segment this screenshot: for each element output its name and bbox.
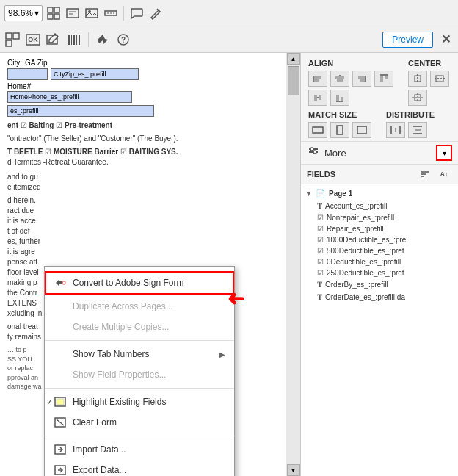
tree-item-nonrepair[interactable]: ☑ Nonrepair_es_:prefill	[301, 212, 458, 223]
toolbar2-pin-icon[interactable]	[95, 32, 111, 48]
toolbar-form-icon[interactable]	[65, 5, 81, 21]
page1-label: Page 1	[329, 190, 352, 198]
dist-v-btn[interactable]	[408, 122, 427, 138]
distribute-section: DISTRIBUTE	[386, 110, 435, 138]
toolbar2-grid-icon[interactable]	[4, 32, 21, 48]
highlight-icon	[54, 395, 67, 408]
tree-item-0ded[interactable]: ☑ 0Deductible_es_:prefill	[301, 256, 458, 267]
tree-item-500ded[interactable]: ☑ 500Deductible_es_:pref	[301, 245, 458, 256]
page1-expand-icon[interactable]: ▼	[305, 190, 313, 198]
align-vcenter-btn[interactable]	[308, 90, 327, 106]
match-size-title: MATCH SIZE	[308, 110, 371, 119]
toolbar-sep1	[123, 6, 124, 21]
menu-sep1	[45, 340, 234, 341]
menu-item-field-props: Show Field Properties...	[45, 364, 234, 385]
zoom-select[interactable]: 98.6% ▾	[4, 5, 43, 21]
field-name-2: Repair_es_:prefill	[327, 225, 384, 233]
align-center-btn[interactable]	[330, 71, 349, 87]
preview-button[interactable]: Preview	[382, 32, 433, 48]
match-height-btn[interactable]	[330, 122, 349, 138]
svg-rect-27	[57, 399, 64, 405]
svg-line-29	[57, 419, 64, 425]
scroll-thumb[interactable]	[288, 66, 299, 95]
svg-text:OK: OK	[28, 36, 38, 43]
tree-item-250ded[interactable]: ☑ 250Deductible_es_:pref	[301, 267, 458, 278]
right-panel: ALIGN	[300, 53, 458, 476]
toolbar2-help-icon[interactable]: ?	[115, 32, 131, 48]
align-right-btn[interactable]	[352, 71, 371, 87]
convert-icon	[54, 276, 67, 289]
import-icon	[54, 443, 67, 456]
menu-item-clear-form[interactable]: Clear Form	[45, 412, 234, 433]
toolbar2-barcode-icon[interactable]	[66, 32, 82, 48]
fields-az-btn[interactable]: A↓	[436, 167, 452, 181]
tree-page1[interactable]: ▼ 📄 Page 1	[301, 187, 458, 200]
field-name-3: 1000Deductible_es_:pre	[327, 236, 406, 244]
svg-rect-19	[71, 35, 72, 45]
menu-item-export[interactable]: Export Data...	[45, 460, 234, 476]
scroll-up-arrow[interactable]: ▲	[287, 53, 300, 65]
align-bottom-btn[interactable]	[330, 90, 349, 106]
align-top-btn[interactable]	[374, 71, 393, 87]
menu-sep3	[45, 436, 234, 436]
field-text-icon-0: 𝐓	[317, 201, 322, 211]
dist-h-btn[interactable]	[386, 122, 405, 138]
doc-scrollbar[interactable]: ▲ ▼	[286, 53, 300, 476]
es-prefill-field[interactable]: es_:prefill	[7, 105, 154, 117]
scroll-down-arrow[interactable]: ▼	[287, 464, 300, 476]
svg-rect-1	[54, 7, 59, 12]
ga-zip-label: GA Zip	[25, 59, 48, 67]
cityzip-field[interactable]: CityZip_es_:prefill	[51, 68, 139, 80]
field-cb-icon-2: ☑	[317, 225, 324, 233]
menu-item-import[interactable]: Import Data...	[45, 439, 234, 460]
zoom-dropdown-icon[interactable]: ▾	[34, 8, 39, 18]
field-cb-icon-4: ☑	[317, 247, 324, 255]
toolbar-top: 98.6% ▾	[0, 0, 458, 26]
tree-item-1000ded[interactable]: ☑ 1000Deductible_es_:pre	[301, 234, 458, 245]
svg-rect-48	[385, 76, 388, 79]
toolbar-image-icon[interactable]	[84, 5, 100, 21]
align-left-btn[interactable]	[308, 71, 327, 87]
field-text-icon-8: 𝐓	[317, 292, 322, 302]
menu-sep2	[45, 388, 234, 389]
home-label: Home#	[7, 82, 278, 90]
align-title: ALIGN	[308, 59, 393, 68]
match-size-section: MATCH SIZE	[308, 110, 371, 138]
tree-item-account[interactable]: 𝐓 Account_es_:prefill	[301, 200, 458, 212]
center-v-btn[interactable]	[430, 71, 449, 87]
center-hv-btn[interactable]	[408, 90, 427, 106]
fields-sort-btn[interactable]	[417, 167, 433, 181]
more-dropdown-btn[interactable]: ▾	[436, 145, 452, 161]
field-name-7: OrderBy_es_:prefill	[325, 281, 388, 289]
import-label: Import Data...	[73, 444, 225, 455]
toolbar-dash-icon[interactable]	[103, 5, 119, 21]
fields-tree[interactable]: ▼ 📄 Page 1 𝐓 Account_es_:prefill ☑ Nonre…	[301, 184, 458, 476]
city-field[interactable]	[7, 68, 48, 80]
context-menu: Convert to Adobe Sign Form Duplicate Acr…	[44, 266, 235, 476]
distribute-title: DISTRIBUTE	[386, 110, 435, 119]
toolbar-pen-icon[interactable]	[148, 5, 164, 21]
toolbar-grid-icon[interactable]	[46, 5, 62, 21]
toolbar2-ok-icon[interactable]: OK	[25, 32, 41, 48]
tree-item-repair[interactable]: ☑ Repair_es_:prefill	[301, 223, 458, 234]
panel-header: ALIGN	[301, 53, 458, 142]
menu-item-convert[interactable]: Convert to Adobe Sign Form	[45, 271, 234, 295]
tree-item-orderby[interactable]: 𝐓 OrderBy_es_:prefill	[301, 278, 458, 291]
field-name-6: 250Deductible_es_:pref	[327, 269, 404, 277]
toolbar2-sep	[88, 32, 89, 47]
svg-rect-41	[335, 76, 344, 79]
toolbar2-edit-icon[interactable]	[46, 32, 62, 48]
match-both-btn[interactable]	[352, 122, 371, 138]
svg-rect-13	[13, 33, 19, 39]
menu-item-highlight-fields[interactable]: Highlight Existing Fields	[45, 392, 234, 412]
center-h-btn[interactable]	[408, 71, 427, 87]
copies-label: Create Multiple Copies...	[73, 322, 225, 332]
close-button[interactable]: ✕	[437, 32, 454, 48]
homephone-field[interactable]: HomePhone_es_:prefill	[7, 91, 132, 103]
tree-item-orderdate[interactable]: 𝐓 OrderDate_es_:prefill:da	[301, 291, 458, 303]
toolbar-chat-icon[interactable]	[128, 5, 145, 21]
menu-item-tab-numbers[interactable]: Show Tab Numbers ▶	[45, 344, 234, 364]
svg-point-25	[62, 281, 65, 284]
match-width-btn[interactable]	[308, 122, 327, 138]
field-text-icon-7: 𝐓	[317, 280, 322, 289]
